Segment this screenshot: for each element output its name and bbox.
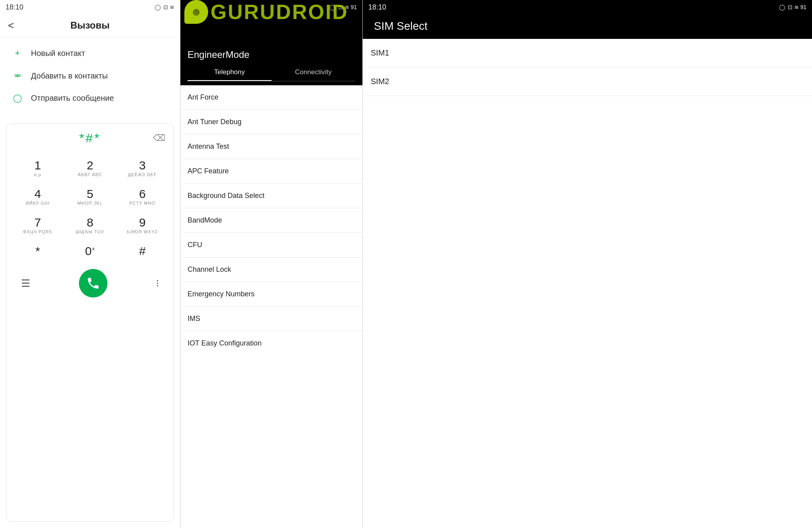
dialer-actions: + Новый контакт ⚮ Добавить в контакты ◯ … [0,37,180,114]
add-to-contacts-action[interactable]: ⚮ Добавить в контакты [10,66,170,85]
key-3-num: 3 [139,159,146,171]
eng-list-item[interactable]: Emergency Numbers [180,282,362,307]
call-button[interactable] [79,269,107,298]
eng-list-item[interactable]: IMS [180,307,362,331]
status-time-3: 18:10 [368,3,386,12]
send-message-label: Отправить сообщение [31,94,114,103]
dialpad-container: *#* ⌫ 1 α,ρ 2 АБВГ ABC 3 ДЕЁЖЗ DEF 4 ИЙК… [6,123,174,522]
eng-list-item[interactable]: Ant Force [180,85,362,110]
eng-title: EngineerMode [188,48,249,64]
back-button[interactable]: < [8,19,14,32]
eng-list-item[interactable]: BandMode [180,208,362,233]
key-8-letters: ШЩЪЫ TUV [76,229,104,234]
key-5[interactable]: 5 МНОП JKL [64,182,116,211]
dialer-header: < Вызовы [0,14,180,37]
person-add-icon: ⚮ [11,71,24,81]
sim-list: SIM1SIM2 [363,39,812,528]
key-4[interactable]: 4 ИЙКЛ GHI [11,182,64,211]
whatsapp-icon-3: ◯ [779,4,785,10]
key-0[interactable]: 0+ [64,240,116,263]
eng-header: EngineerMode Telephony Connectivity [180,14,362,85]
status-bar-1: 18:10 ◯ ⊡ ≋ [0,0,180,14]
key-3-letters: ДЕЁЖЗ DEF [128,172,157,177]
key-6[interactable]: 6 РСТУ MNO [116,182,169,211]
key-2-letters: АБВГ ABC [78,172,102,177]
key-4-letters: ИЙКЛ GHI [26,201,50,205]
key-9[interactable]: 9 ЬЭЮЯ WXYZ [116,211,169,240]
add-to-contacts-label: Добавить в контакты [31,71,108,81]
sim-header: SIM Select [363,14,812,39]
eng-list-item[interactable]: CFU [180,233,362,257]
key-7-letters: ФХЦЧ PQRS [23,229,52,234]
key-0-num: 0+ [85,245,95,257]
key-7-num: 7 [34,217,41,228]
key-2[interactable]: 2 АБВГ ABC [64,154,116,182]
key-6-num: 6 [139,188,146,200]
new-contact-action[interactable]: + Новый контакт [10,43,170,63]
engineer-mode-screen: 18:09 ◯ ⊡ ≋ 91 ☻ GURUDROID EngineerMode … [180,0,363,528]
key-8[interactable]: 8 ШЩЪЫ TUV [64,211,116,240]
key-6-letters: РСТУ MNO [129,201,155,205]
sim-title: SIM Select [374,20,427,33]
eng-list-item[interactable]: Ant Tuner Debug [180,110,362,134]
dialer-screen: 18:10 ◯ ⊡ ≋ < Вызовы + Новый контакт ⚮ Д… [0,0,180,528]
eng-list-item[interactable]: Channel Lock [180,257,362,282]
sim-item-1[interactable]: SIM1 [363,39,812,67]
eng-list: Ant ForceAnt Tuner DebugAntenna TestAPC … [180,85,362,528]
whatsapp-icon: ◯ [155,4,161,10]
key-8-num: 8 [87,217,94,228]
status-time-1: 18:10 [6,3,23,12]
new-contact-label: Новый контакт [31,49,85,58]
key-star-num: * [35,245,40,257]
eng-list-item[interactable]: Antenna Test [180,134,362,159]
dialpad-icon[interactable]: ⁝ [156,277,159,290]
sim-select-screen: 18:10 ◯ ⊡ ≋ 91 SIM Select SIM1SIM2 [363,0,812,528]
key-1-num: 1 [34,159,41,171]
whatsapp-icon-2: ◯ [329,4,336,10]
tab-connectivity[interactable]: Connectivity [272,64,356,81]
signal-icons-2: ⊡ ≋ 91 [338,4,357,10]
status-time-2: 18:09 [186,3,204,12]
key-1[interactable]: 1 α,ρ [11,154,64,182]
signal-icons: ⊡ ≋ [163,4,174,10]
key-1-letters: α,ρ [34,172,42,177]
key-5-letters: МНОП JKL [77,201,103,205]
status-bar-3: 18:10 ◯ ⊡ ≋ 91 [363,0,812,14]
eng-list-item[interactable]: Background Data Select [180,184,362,208]
eng-list-item[interactable]: APC Feature [180,159,362,184]
plus-icon: + [11,48,24,58]
dialpad-number: *#* [79,131,101,146]
key-hash-num: # [139,245,146,257]
key-hash[interactable]: # [116,240,169,263]
send-message-action[interactable]: ◯ Отправить сообщение [10,88,170,108]
key-star[interactable]: * [11,240,64,263]
status-icons-1: ◯ ⊡ ≋ [155,4,174,10]
menu-icon[interactable]: ☰ [21,277,30,290]
key-7[interactable]: 7 ФХЦЧ PQRS [11,211,64,240]
key-3[interactable]: 3 ДЕЁЖЗ DEF [116,154,169,182]
eng-list-item[interactable]: IOT Easy Configuration [180,331,362,355]
key-2-num: 2 [87,159,94,171]
status-icons-2: ◯ ⊡ ≋ 91 [329,4,357,10]
dialpad-display: *#* ⌫ [11,130,169,146]
signal-icons-3: ⊡ ≋ 91 [788,4,806,10]
key-9-num: 9 [139,217,146,228]
dialpad-bottom: ☰ ⁝ [11,263,169,301]
status-icons-3: ◯ ⊡ ≋ 91 [779,4,806,10]
status-bar-2: 18:09 ◯ ⊡ ≋ 91 [180,0,362,14]
dialpad-grid: 1 α,ρ 2 АБВГ ABC 3 ДЕЁЖЗ DEF 4 ИЙКЛ GHI … [11,154,169,263]
key-5-num: 5 [87,188,94,200]
tab-telephony[interactable]: Telephony [188,64,272,81]
backspace-button[interactable]: ⌫ [153,133,165,143]
sim-item-2[interactable]: SIM2 [363,67,812,96]
dialer-title: Вызовы [70,20,109,31]
key-4-num: 4 [34,188,41,200]
message-icon: ◯ [11,93,24,103]
key-9-letters: ЬЭЮЯ WXYZ [127,229,158,234]
eng-tabs: Telephony Connectivity [188,64,355,81]
